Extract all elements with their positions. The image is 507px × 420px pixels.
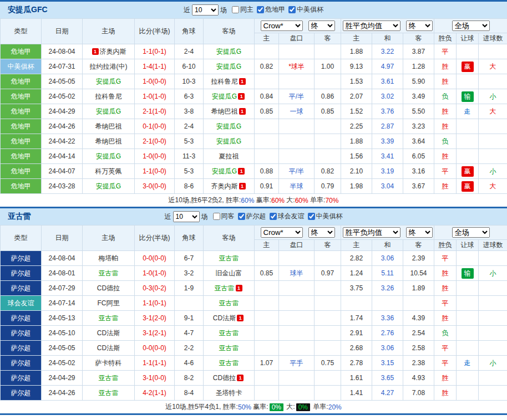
home-team-name[interactable]: 拉约拉港(中)	[90, 63, 128, 70]
europe-odds-select[interactable]: 胜平负均值	[343, 227, 400, 238]
filter-checkbox[interactable]	[288, 6, 296, 13]
away-team-name[interactable]: 拉科鲁尼	[211, 78, 238, 85]
away-team-name[interactable]: 亚古雷	[215, 284, 235, 292]
odds-away: 3.16	[403, 164, 434, 179]
odds-away: 2.58	[403, 341, 434, 356]
away-team-name[interactable]: 安提瓜G	[216, 48, 241, 55]
stats-footer: 近10场,胜6平2负2, 胜率:60% 赢率:60% 大:60% 单率:70%	[0, 194, 507, 207]
fulltime-select[interactable]: 全场	[452, 21, 490, 31]
home-team-name[interactable]: 安提瓜G	[96, 182, 121, 190]
home-team-name[interactable]: CD法斯	[97, 344, 120, 352]
away-team-name[interactable]: 安提瓜G	[212, 167, 237, 175]
stats-segment: 近10场,胜5平4负1, 胜率:	[165, 402, 238, 412]
corners: 4-7	[175, 326, 204, 341]
away-team-name[interactable]: 圣塔特卡	[216, 389, 242, 397]
ah-away-odds	[315, 74, 341, 89]
bookmaker-select[interactable]: Crow*	[261, 21, 303, 31]
league-filter[interactable]: 球会友谊	[270, 212, 305, 221]
score: 1-0(0-0)	[135, 149, 175, 164]
away-team: 安提瓜G1	[204, 164, 255, 179]
fulltime-select[interactable]: 全场	[452, 227, 490, 238]
odds-away: 6.05	[403, 149, 434, 164]
home-team-name[interactable]: 科万英佩	[95, 167, 122, 175]
home-team-name[interactable]: 亚古雷	[99, 389, 119, 397]
league-filter[interactable]: 危地甲	[257, 5, 285, 14]
filter-checkbox[interactable]	[308, 213, 315, 220]
home-team: 安提瓜G	[83, 179, 135, 194]
home-team-name[interactable]: 希纳巴祖	[95, 137, 122, 145]
match-count-select[interactable]: 10	[192, 4, 219, 16]
league-filter[interactable]: 中美俱杯	[288, 5, 323, 14]
bookmaker-select[interactable]: Crow*	[261, 227, 303, 238]
match-row: 危地甲24-04-22希纳巴祖2-1(0-0)5-3安提瓜G1.883.393.…	[1, 134, 507, 149]
home-team-name[interactable]: 希纳巴祖	[95, 122, 122, 130]
red-card-icon: 1	[239, 78, 246, 85]
asian-final-select[interactable]: 终	[308, 21, 335, 31]
home-team-name[interactable]: CD法斯	[97, 329, 120, 337]
subcol-ah-home: 主	[255, 240, 279, 251]
away-team-name[interactable]: 安提瓜G	[216, 137, 241, 145]
home-team-name[interactable]: 拉科鲁尼	[95, 93, 122, 100]
europe-odds-group: 胜平负均值 终	[341, 19, 434, 33]
home-team-name[interactable]: 济奥内斯	[100, 48, 126, 55]
away-team-name[interactable]: 齐奥内斯	[211, 182, 238, 190]
away-team-name[interactable]: 夏拉祖	[219, 152, 239, 160]
handicap-result	[457, 74, 479, 89]
away-team-name[interactable]: 希纳巴祖	[211, 107, 238, 115]
home-team-name[interactable]: FC阿里	[98, 299, 120, 307]
europe-final-select[interactable]: 终	[406, 21, 433, 31]
result: 胜	[434, 371, 457, 386]
home-team-name[interactable]: 安提瓜G	[96, 107, 121, 115]
home-team-name[interactable]: 萨卡特科	[95, 359, 122, 367]
corners: 2-4	[175, 119, 204, 134]
home-team-name[interactable]: 安提瓜G	[96, 78, 121, 85]
filter-checkbox[interactable]	[270, 213, 277, 220]
ah-away-odds: 0.82	[315, 164, 341, 179]
col-corner: 角球	[175, 19, 204, 44]
team-title: 安提瓜GFC	[8, 5, 48, 15]
score: 0-0(0-0)	[135, 251, 175, 266]
ah-home-odds	[255, 251, 279, 266]
league-filter[interactable]: 同客	[213, 212, 235, 221]
league-filter[interactable]: 同主	[232, 5, 253, 14]
asian-final-select[interactable]: 终	[308, 227, 335, 238]
away-team-name[interactable]: 亚古雷	[219, 359, 239, 367]
league-filter[interactable]: 中美俱杯	[308, 212, 343, 221]
home-team: 希纳巴祖	[83, 119, 135, 134]
away-team-name[interactable]: 安提瓜G	[212, 93, 237, 100]
home-team-name[interactable]: 亚古雷	[99, 374, 119, 382]
match-date: 24-04-29	[42, 104, 83, 119]
filter-checkbox[interactable]	[232, 6, 239, 13]
result: 胜	[434, 149, 457, 164]
filter-checkbox[interactable]	[257, 6, 264, 13]
away-team-name[interactable]: 安提瓜G	[216, 122, 241, 130]
filter-checkbox[interactable]	[213, 213, 220, 220]
away-team-name[interactable]: CD德拉	[213, 374, 236, 382]
subcol-odds-home: 主	[341, 33, 372, 44]
away-team-name[interactable]: 亚古雷	[219, 299, 239, 307]
stats-segment: 60%	[271, 197, 285, 204]
away-team-name[interactable]: 安提瓜G	[216, 63, 241, 70]
home-team-name[interactable]: 安提瓜G	[96, 152, 121, 160]
league-badge: 中美俱杯	[1, 59, 42, 74]
league-filter[interactable]: 萨尔超	[238, 212, 266, 221]
away-team-name[interactable]: 亚古雷	[219, 344, 239, 352]
home-team-name[interactable]: 亚古雷	[99, 314, 119, 322]
match-date: 24-07-29	[42, 281, 83, 296]
home-team-name[interactable]: 亚古雷	[99, 269, 119, 277]
filter-checkbox[interactable]	[238, 213, 245, 220]
away-team-name[interactable]: 亚古雷	[219, 329, 239, 337]
handicap-result-badge: 输	[462, 91, 474, 102]
europe-odds-select[interactable]: 胜平负均值	[343, 21, 400, 31]
league-badge: 危地甲	[1, 164, 42, 179]
home-team-name[interactable]: 梅塔帕	[99, 254, 119, 262]
europe-final-select[interactable]: 终	[406, 227, 433, 238]
away-team-name[interactable]: 旧金山富	[216, 269, 242, 277]
corners: 8-6	[175, 179, 204, 194]
away-team-name[interactable]: CD法斯	[213, 314, 236, 322]
filter-checkbox-label: 萨尔超	[246, 212, 266, 221]
away-team-name[interactable]: 亚古雷	[219, 254, 239, 262]
home-team-name[interactable]: CD德拉	[97, 284, 120, 292]
odds-home: 1.98	[341, 179, 372, 194]
match-count-select[interactable]: 10	[173, 211, 200, 222]
